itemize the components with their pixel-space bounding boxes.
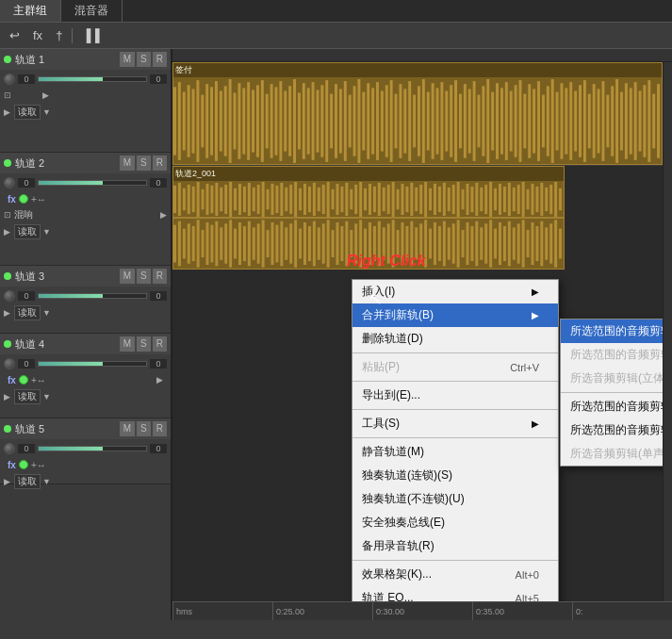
svg-rect-223 bbox=[313, 221, 316, 267]
svg-rect-146 bbox=[350, 189, 352, 209]
menu-item-fx-rack[interactable]: 效果格架(K)... Alt+0 bbox=[352, 563, 558, 586]
track-2-rec-btn[interactable]: R bbox=[153, 156, 167, 171]
track-1-rec-btn[interactable]: R bbox=[153, 52, 167, 67]
svg-rect-68 bbox=[482, 86, 484, 156]
track-3-solo-btn[interactable]: S bbox=[137, 269, 151, 284]
menu-item-merge[interactable]: 合并到新轨(B) ▶ 所选范围的音频剪辑(立体声)(A) 所选范围的音频剪辑(立… bbox=[352, 303, 558, 327]
track-1-bottom: ▶ 读取 ▼ bbox=[0, 105, 171, 120]
svg-rect-209 bbox=[248, 221, 251, 267]
track-5-mute-btn[interactable]: M bbox=[120, 421, 135, 436]
menu-item-delete-track[interactable]: 删除轨道(D) bbox=[352, 327, 558, 351]
track-3-expand-btn[interactable]: ▶ bbox=[4, 308, 10, 318]
track-2-dropdown-icon[interactable]: ▼ bbox=[42, 227, 51, 237]
svg-rect-156 bbox=[397, 189, 400, 209]
submenu-item-mono-m[interactable]: 所选范围的音频剪辑(单声道)(M) bbox=[561, 395, 663, 418]
menu-item-track-eq[interactable]: 轨道 EQ... Alt+5 bbox=[352, 586, 558, 601]
svg-rect-106 bbox=[657, 84, 660, 158]
track-5-fx-plus-icon[interactable]: +↔ bbox=[31, 460, 46, 470]
svg-rect-265 bbox=[508, 221, 511, 267]
svg-rect-43 bbox=[367, 83, 369, 159]
track-1-vol-knob[interactable] bbox=[4, 74, 15, 85]
arrange-scrollbar[interactable] bbox=[172, 49, 672, 62]
menu-item-solo-unlocked[interactable]: 独奏轨道(不连锁)(U) bbox=[352, 487, 558, 511]
track-1-vol-bar[interactable] bbox=[38, 76, 147, 82]
track-3-read-label[interactable]: 读取 bbox=[14, 305, 41, 320]
track-2-expand-btn[interactable]: ▶ bbox=[4, 227, 10, 237]
track-2-arrow[interactable]: ▶ bbox=[160, 210, 167, 220]
track-4-mute-btn[interactable]: M bbox=[120, 336, 135, 352]
svg-rect-190 bbox=[554, 182, 557, 217]
arrange-tracks[interactable]: 签付 bbox=[172, 62, 663, 601]
clip-1[interactable]: 签付 bbox=[172, 62, 663, 165]
track-2-pan-num: 0 bbox=[150, 178, 167, 188]
track-2-vol-bar[interactable] bbox=[38, 180, 147, 186]
add-icon[interactable]: † bbox=[52, 26, 66, 44]
track-1-expand-btn[interactable]: ▶ bbox=[4, 107, 10, 117]
tab-main-group[interactable]: 主群组 bbox=[0, 0, 61, 22]
menu-item-safe-solo[interactable]: 安全独奏总线(E) bbox=[352, 511, 558, 534]
submenu-mono-o-label: 所选音频剪辑(单声道)(O) bbox=[570, 446, 663, 462]
track-4-vol-bar[interactable] bbox=[38, 361, 147, 367]
track-5-fx-power[interactable] bbox=[19, 460, 28, 469]
track-5-rec-btn[interactable]: R bbox=[153, 421, 167, 436]
track-3-dropdown-icon[interactable]: ▼ bbox=[42, 308, 51, 318]
track-1-dropdown-icon[interactable]: ▼ bbox=[42, 107, 51, 117]
submenu-item-mono-g[interactable]: 所选范围的音频剪辑(单声道)(G) bbox=[561, 418, 663, 442]
svg-rect-250 bbox=[438, 226, 441, 261]
track-5-expand-btn[interactable]: ▶ bbox=[4, 477, 10, 486]
track-5-solo-btn[interactable]: S bbox=[137, 421, 151, 436]
track-1-read-label[interactable]: 读取 bbox=[14, 105, 41, 120]
track-4-solo-btn[interactable]: S bbox=[137, 336, 151, 352]
track-5-vol-bar[interactable] bbox=[38, 446, 147, 451]
track-4-dropdown-icon[interactable]: ▼ bbox=[42, 392, 51, 401]
track-3-vol-bar[interactable] bbox=[38, 293, 147, 299]
svg-rect-1 bbox=[173, 87, 176, 155]
menu-sep-4 bbox=[352, 437, 558, 438]
submenu-item-stereo-a[interactable]: 所选范围的音频剪辑(立体声)(A) bbox=[561, 320, 663, 343]
track-4-read-label[interactable]: 读取 bbox=[14, 389, 41, 404]
vertical-scrollbar[interactable] bbox=[663, 62, 672, 601]
track-5-active-icon bbox=[4, 425, 11, 433]
undo-icon[interactable]: ↩ bbox=[6, 26, 24, 44]
menu-item-tools[interactable]: 工具(S) ▶ bbox=[352, 412, 558, 435]
track-4-fx-power[interactable] bbox=[19, 375, 28, 385]
track-3-vol-knob[interactable] bbox=[4, 290, 15, 302]
track-1-solo-btn[interactable]: S bbox=[137, 52, 151, 67]
fx-button[interactable]: fx bbox=[29, 26, 46, 44]
track-2-vol-knob[interactable] bbox=[4, 177, 15, 188]
track-3-rec-btn[interactable]: R bbox=[153, 269, 167, 284]
track-5-dropdown-icon[interactable]: ▼ bbox=[42, 477, 51, 486]
track-4-expand-btn[interactable]: ▶ bbox=[4, 392, 10, 401]
track-3-mute-btn[interactable]: M bbox=[120, 269, 135, 284]
track-2-fx-plus-icon[interactable]: +↔ bbox=[31, 194, 46, 205]
track-5-read-label[interactable]: 读取 bbox=[14, 474, 41, 489]
bars-icon[interactable]: ▐▐ bbox=[78, 26, 103, 44]
track-2-solo-btn[interactable]: S bbox=[137, 156, 151, 171]
track-2-fx-power[interactable] bbox=[19, 194, 28, 204]
svg-rect-105 bbox=[652, 94, 655, 149]
track-2-read-label[interactable]: 读取 bbox=[14, 224, 41, 239]
svg-rect-204 bbox=[224, 223, 227, 263]
track-5-vol-knob[interactable] bbox=[4, 443, 15, 454]
track-4-fx-plus-icon[interactable]: +↔ bbox=[31, 375, 46, 385]
svg-rect-145 bbox=[345, 183, 348, 216]
track-1-mute-btn[interactable]: M bbox=[120, 52, 135, 67]
ruler-mark-end: 0: bbox=[572, 602, 672, 620]
menu-item-mute[interactable]: 静音轨道(M) bbox=[352, 440, 558, 464]
track-4-vol-knob[interactable] bbox=[4, 358, 15, 369]
tab-mixer[interactable]: 混音器 bbox=[61, 0, 123, 22]
svg-rect-103 bbox=[643, 85, 646, 156]
track-1-arrow[interactable]: ▶ bbox=[42, 90, 49, 100]
track-2-mute-btn[interactable]: M bbox=[120, 156, 135, 171]
menu-sep-3 bbox=[352, 409, 558, 410]
menu-item-backup-rec[interactable]: 备用录音轨(R) bbox=[352, 534, 558, 558]
menu-item-export[interactable]: 导出到(E)... bbox=[352, 384, 558, 407]
clip-2-upper[interactable]: 轨道2_001 bbox=[172, 166, 565, 218]
svg-rect-268 bbox=[522, 220, 525, 267]
track-4-arrow[interactable]: ▶ bbox=[156, 375, 163, 385]
menu-item-insert[interactable]: 插入(I) ▶ bbox=[352, 280, 558, 303]
menu-item-solo-locked[interactable]: 独奏轨道(连锁)(S) bbox=[352, 464, 558, 487]
svg-rect-81 bbox=[542, 95, 545, 148]
track-4-rec-btn[interactable]: R bbox=[153, 336, 167, 352]
svg-rect-111 bbox=[188, 185, 190, 214]
